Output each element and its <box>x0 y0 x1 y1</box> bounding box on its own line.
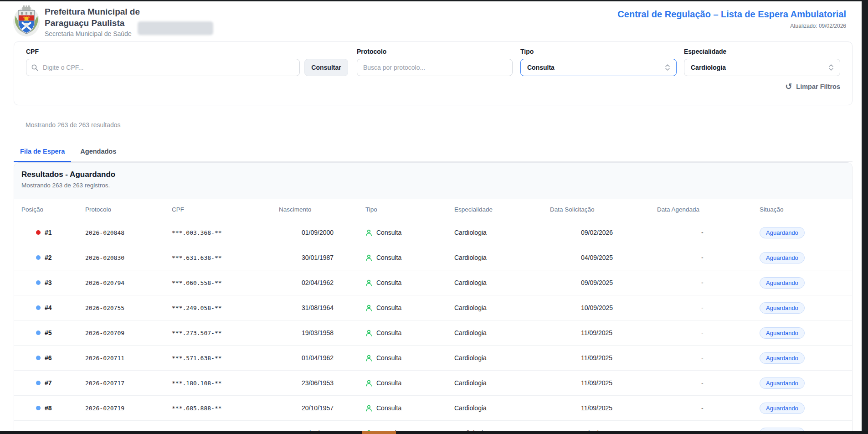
chevron-updown-icon <box>828 63 834 72</box>
cpf-value: ***.060.558-** <box>172 279 279 286</box>
table-row: #7 2026-020717 ***.180.108-** 23/06/1953… <box>14 371 852 396</box>
status-badge: Aguardando <box>760 302 805 314</box>
column-header: Data Agendada <box>657 206 760 213</box>
status-badge: Aguardando <box>760 327 805 339</box>
user-icon <box>365 330 372 336</box>
scheduled-date-value: - <box>657 254 760 261</box>
specialty-value: Cardiologia <box>454 329 550 336</box>
type-cell: Consulta <box>365 354 454 362</box>
protocol-value: 2026-020794 <box>85 279 172 286</box>
type-cell: Consulta <box>365 279 454 286</box>
type-cell: Consulta <box>365 379 454 387</box>
position-cell: #7 <box>21 379 85 387</box>
birth-date-value: 01/09/2000 <box>279 229 365 236</box>
protocol-value: 2026-020755 <box>85 305 172 311</box>
birth-date-value: 20/10/1957 <box>279 404 365 412</box>
type-value: Consulta <box>376 354 401 362</box>
specialty-value: Cardiologia <box>454 404 550 412</box>
requested-date-value: 09/09/2025 <box>550 279 657 286</box>
cpf-value: ***.631.638-** <box>172 254 279 261</box>
specialty-select[interactable]: Cardiologia <box>684 59 840 76</box>
status-badge: Aguardando <box>760 428 805 431</box>
cpf-value: ***.571.638-** <box>172 355 279 362</box>
type-filter-group: Tipo Consulta <box>520 48 677 76</box>
type-label: Tipo <box>520 48 677 55</box>
page-title-block: Central de Regulação – Lista de Espera A… <box>617 9 846 29</box>
user-icon <box>365 279 372 286</box>
type-value: Consulta <box>376 404 401 412</box>
type-value: Consulta <box>376 279 401 286</box>
column-header: Tipo <box>365 206 454 213</box>
specialty-filter-group: Especialidade Cardiologia <box>684 48 840 76</box>
position-value: #6 <box>45 354 52 362</box>
birth-date-value: 30/01/1987 <box>279 254 365 261</box>
tab-fila-de-espera[interactable]: Fila de Espera <box>14 143 71 162</box>
protocol-input[interactable] <box>357 59 513 76</box>
specialty-value: Cardiologia <box>454 229 550 236</box>
tab-agendados[interactable]: Agendados <box>74 143 123 162</box>
specialty-value: Cardiologia <box>454 379 550 387</box>
position-value: #1 <box>45 229 52 236</box>
screen-edge-orange-segment <box>362 431 396 434</box>
type-select-value: Consulta <box>527 64 555 71</box>
column-header: Protocolo <box>85 206 172 213</box>
specialty-select-value: Cardiologia <box>691 64 726 71</box>
user-icon <box>365 355 372 362</box>
position-value: #3 <box>45 279 52 286</box>
screen-edge-bottom <box>0 431 868 434</box>
org-name-line1: Prefeitura Municipal de <box>45 6 140 17</box>
priority-dot-icon <box>36 406 41 410</box>
clear-filters-button[interactable]: ↺ Limpar Filtros <box>785 83 840 90</box>
scheduled-date-value: - <box>657 229 760 236</box>
specialty-value: Cardiologia <box>454 354 550 362</box>
scheduled-date-value: - <box>657 279 760 286</box>
status-badge: Aguardando <box>760 377 805 389</box>
results-card-header: Resultados - Aguardando Mostrando 263 de… <box>14 163 852 199</box>
type-cell: Consulta <box>365 304 454 311</box>
cpf-value: ***.249.058-** <box>172 305 279 311</box>
results-card: Resultados - Aguardando Mostrando 263 de… <box>14 162 853 431</box>
status-badge: Aguardando <box>760 252 805 264</box>
requested-date-value: 10/09/2025 <box>550 304 657 311</box>
table-row: #2 2026-020830 ***.631.638-** 30/01/1987… <box>14 245 852 270</box>
cpf-value: ***.180.108-** <box>172 380 279 387</box>
org-name-line2: Paraguaçu Paulista <box>45 17 140 29</box>
table-row: #9 2026-020720 ***.094.538-** 04/10/1956… <box>14 421 852 431</box>
birth-date-value: 02/04/1962 <box>279 279 365 286</box>
table-row: #6 2026-020711 ***.571.638-** 01/04/1962… <box>14 346 852 371</box>
position-value: #2 <box>45 254 52 261</box>
priority-dot-icon <box>36 305 41 310</box>
user-icon <box>365 405 372 412</box>
type-value: Consulta <box>376 229 401 236</box>
position-cell: #5 <box>21 329 85 336</box>
column-header: Especialidade <box>454 206 550 213</box>
specialty-label: Especialidade <box>684 48 840 55</box>
consult-button[interactable]: Consultar <box>304 59 348 76</box>
requested-date-value: 11/09/2025 <box>550 329 657 336</box>
position-value: #8 <box>45 404 52 412</box>
scheduled-date-value: - <box>657 329 760 336</box>
results-summary: Mostrando 263 de 263 resultados <box>26 121 121 129</box>
requested-date-value: 09/02/2026 <box>550 229 657 236</box>
user-icon <box>365 380 372 387</box>
table-body: #1 2026-020848 ***.003.368-** 01/09/2000… <box>14 220 852 431</box>
position-value: #4 <box>45 304 52 311</box>
birth-date-value: 19/03/1958 <box>279 329 365 336</box>
cpf-input[interactable] <box>26 59 300 76</box>
type-value: Consulta <box>376 304 401 311</box>
page-title: Central de Regulação – Lista de Espera A… <box>617 9 846 20</box>
birth-date-value: 31/08/1964 <box>279 304 365 311</box>
table-row: #3 2026-020794 ***.060.558-** 02/04/1962… <box>14 270 852 295</box>
priority-dot-icon <box>36 356 41 360</box>
scheduled-date-value: - <box>657 304 760 311</box>
protocol-value: 2026-020848 <box>85 229 172 236</box>
protocol-value: 2026-020717 <box>85 380 172 387</box>
specialty-value: Cardiologia <box>454 254 550 261</box>
column-header: CPF <box>172 206 279 213</box>
position-cell: #8 <box>21 404 85 412</box>
user-icon <box>365 254 372 261</box>
type-select[interactable]: Consulta <box>520 59 677 76</box>
scheduled-date-value: - <box>657 354 760 362</box>
cpf-value: ***.003.368-** <box>172 229 279 236</box>
tab-strip: Fila de Espera Agendados <box>14 143 853 162</box>
